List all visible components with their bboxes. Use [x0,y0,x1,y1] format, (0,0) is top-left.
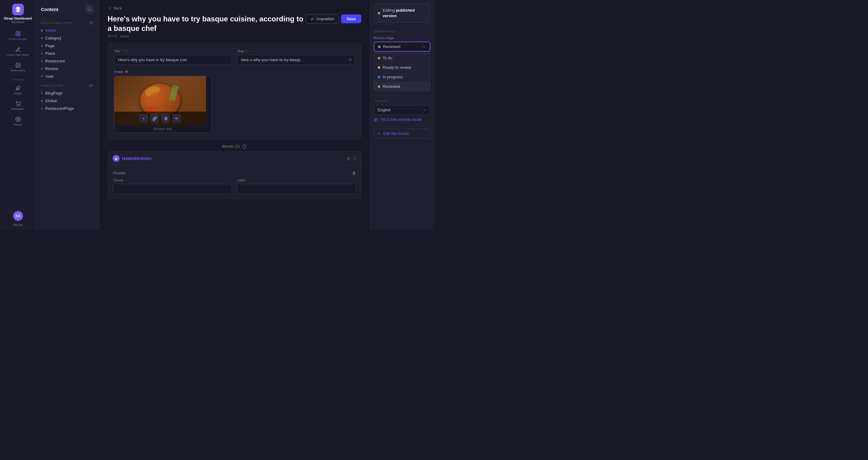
image-delete-button[interactable]: 🗑 [161,114,170,123]
nav-dot [41,100,43,102]
review-stage-dropdown: To do Ready to review In progress Review… [374,53,430,91]
nav-item-restaurant[interactable]: Restaurant [36,57,99,65]
user-name: Kai Doe [13,223,23,226]
nav-item-page[interactable]: Page [36,42,99,50]
nav-dot [41,60,43,62]
sidebar-item-media-library[interactable]: Media Library [0,60,36,75]
page-api-id: API ID : article [107,34,306,38]
single-types-section: SINGLE TYPES 3 [36,84,99,89]
nav-item-label: Article [45,28,56,33]
slug-refresh-icon[interactable]: ↺ [348,57,352,62]
collection-types-section: COLLECTION TYPES 7 [36,21,99,27]
sidebar-item-label: Settings [13,123,22,126]
svg-rect-0 [16,31,18,33]
svg-rect-1 [18,31,20,33]
nav-item-category[interactable]: Category [36,34,99,42]
image-add-button[interactable]: + [140,114,148,123]
sidebar-item-content-type-builder[interactable]: Content-Type Builder [0,45,36,59]
related-drag-icon[interactable]: ⠿ [353,156,356,161]
general-section-label: GENERAL [11,78,25,81]
collection-panel: Content COLLECTION TYPES 7 Article Categ… [36,0,99,230]
save-button[interactable]: Save [341,15,361,23]
panel-divider [41,17,94,18]
svg-point-5 [17,64,18,65]
sidebar-item-label: Content Manager [8,38,28,41]
unpublish-button[interactable]: Unpublish [306,14,339,24]
locale-select[interactable]: English [374,105,430,115]
related-body: Header 🗑 Theme Label [108,166,361,199]
user-avatar[interactable]: KD [13,211,23,221]
right-panel: Editing published version INFORMATION Re… [370,0,434,230]
nav-item-article[interactable]: Article [36,27,99,34]
image-edit-button[interactable]: ✏ [173,114,181,123]
slug-group: Slug ↺ [237,49,355,65]
main-content: Back Here's why you have to try basque c… [99,0,370,230]
sidebar-item-content-manager[interactable]: Content Manager [0,28,36,43]
slug-input[interactable] [237,55,355,65]
edit-model-button[interactable]: ✏ Edit the model [374,128,430,139]
theme-label: Theme [113,178,232,182]
nav-item-label: BlogPage [45,91,62,95]
related-delete-icon[interactable]: 🗑 [347,156,350,161]
nav-dot [41,53,43,54]
back-button[interactable]: Back [107,6,361,10]
required-indicator: * [121,49,123,53]
title-slug-row: Title * Slug ↺ [114,49,355,65]
dropdown-item-reviewed[interactable]: Reviewed [374,82,430,91]
sidebar: Strapi Dashboard Workplace Content Manag… [0,0,36,230]
sidebar-item-label: Plugins [14,92,22,95]
nav-item-label: User [45,74,54,79]
nav-item-label: Category [45,36,61,40]
review-stage-select[interactable]: Reviewed [374,41,430,52]
editing-status-card: Editing published version [374,4,430,23]
dropdown-item-ready[interactable]: Ready to review [374,63,430,72]
label-input[interactable] [237,184,356,194]
sidebar-item-settings[interactable]: Settings [0,114,36,128]
nav-item-restaurantpage[interactable]: RestaurantPage [36,105,99,112]
dropdown-item-todo[interactable]: To do [374,53,430,63]
review-stage-label: Review stage [374,36,430,40]
editing-badge: Editing published version [378,8,426,19]
page-title: Here's why you have to try basque cuisin… [107,14,306,33]
title-input[interactable] [114,55,232,65]
nav-item-blogpage[interactable]: BlogPage [36,89,99,97]
information-label: INFORMATION [374,30,430,33]
sidebar-item-marketplace[interactable]: Marketplace [0,98,36,113]
svg-rect-24 [375,120,376,121]
nav-item-label: Restaurant [45,59,65,63]
slug-input-wrap: ↺ [237,55,355,65]
expand-icon[interactable]: ▲ [113,155,120,162]
nav-dot [41,68,43,70]
theme-input[interactable] [113,184,232,194]
fill-locale-link[interactable]: Fill in from another locale [374,117,430,122]
image-section: Image [114,70,355,133]
locales-section: Locales English Fill in from another loc… [370,95,434,126]
svg-rect-2 [16,34,18,36]
nav-item-user[interactable]: User [36,73,99,80]
nav-item-review[interactable]: Review [36,65,99,73]
nav-item-global[interactable]: Global [36,97,99,105]
nav-item-label: Review [45,66,58,71]
header-delete-icon[interactable]: 🗑 [352,171,356,175]
sidebar-item-plugins[interactable]: Plugins [0,83,36,97]
image-overlay: + 🔗 🗑 ✏ [114,112,206,125]
panel-title: Content [41,7,58,12]
svg-rect-23 [376,119,377,120]
related-articles-title: ▲ relatedArticles [113,155,152,162]
locales-label: Locales [374,99,430,102]
blocks-header: Blocks (2) [107,144,361,149]
image-link-button[interactable]: 🔗 [150,114,159,123]
information-section: INFORMATION Review stage Reviewed To do [370,26,434,95]
nav-dot [41,76,43,77]
panel-search-button[interactable] [85,5,94,13]
review-dot [378,46,380,48]
ready-dot [378,66,380,69]
nav-item-label: RestaurantPage [45,106,74,111]
nav-dot [41,30,43,31]
dropdown-item-in-progress[interactable]: In progress [374,72,430,82]
nav-item-place[interactable]: Place [36,50,99,57]
app-name: Strapi Dashboard [4,17,32,21]
related-articles-card: ▲ relatedArticles 🗑 ⠿ Header 🗑 Theme [107,151,361,199]
nav-item-label: Place [45,51,55,56]
nav-dot [41,108,43,110]
